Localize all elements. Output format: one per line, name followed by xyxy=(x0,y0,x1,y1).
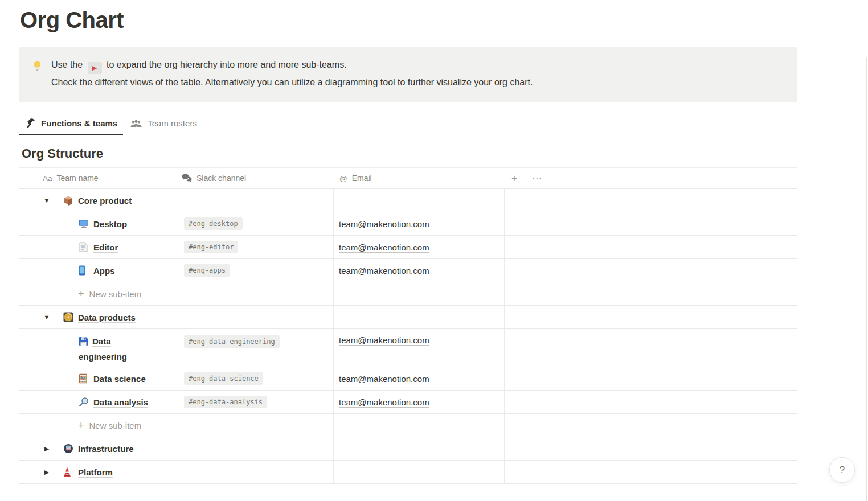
floppy-disk-icon xyxy=(79,335,89,346)
table-row[interactable]: ▼Core product xyxy=(19,189,797,212)
slack-channel-cell[interactable]: #eng-desktop xyxy=(178,212,334,235)
magnifying-glass-icon xyxy=(79,397,89,407)
email-cell[interactable]: team@makenotion.com xyxy=(334,367,505,390)
header-actions: + ⋯ xyxy=(505,174,797,183)
hammer-icon xyxy=(25,118,36,128)
email-cell[interactable]: team@makenotion.com xyxy=(334,259,505,282)
team-name-cell[interactable]: Data analysis xyxy=(19,391,178,413)
team-name-link[interactable]: Data products xyxy=(78,313,136,322)
team-name-link[interactable]: Core product xyxy=(78,196,132,206)
tab-functions-teams[interactable]: Functions & teams xyxy=(19,118,123,135)
slack-channel-tag: #eng-apps xyxy=(184,264,230,277)
email-link[interactable]: team@makenotion.com xyxy=(339,397,429,407)
table-row[interactable]: Desktop#eng-desktopteam@makenotion.com xyxy=(19,212,797,236)
team-name-cell[interactable]: +New sub-item xyxy=(19,282,178,305)
people-icon xyxy=(130,119,142,128)
team-name-link[interactable]: Data analysis xyxy=(93,397,148,407)
slack-channel-cell[interactable]: #eng-data-science xyxy=(178,367,334,390)
team-name-cell[interactable]: Data science xyxy=(19,367,178,390)
slack-channel-cell[interactable]: #eng-editor xyxy=(178,236,334,258)
slack-channel-cell[interactable] xyxy=(178,282,334,305)
plus-icon: + xyxy=(78,420,84,430)
extra-cell xyxy=(505,212,797,235)
slack-channel-cell[interactable] xyxy=(178,414,334,437)
team-name-cell[interactable]: Data engineering xyxy=(19,329,178,367)
email-cell[interactable]: team@makenotion.com xyxy=(334,391,505,413)
column-header-slack-channel[interactable]: Slack channel xyxy=(178,174,334,183)
org-structure-table: Aa Team name Slack channel @ Email + ⋯ ▼… xyxy=(19,167,797,484)
email-cell[interactable]: team@makenotion.com xyxy=(334,329,505,367)
tab-team-rosters[interactable]: Team rosters xyxy=(124,118,203,135)
toggle-collapsed-icon[interactable]: ▶ xyxy=(40,469,54,476)
team-name-cell[interactable]: ▶Platform xyxy=(19,461,178,483)
email-link[interactable]: team@makenotion.com xyxy=(339,243,429,252)
team-name-cell[interactable]: ▼Core product xyxy=(19,189,178,212)
abacus-icon xyxy=(79,373,89,384)
desktop-computer-icon xyxy=(79,219,89,229)
callout: Use the ▶ to expand the org hierarchy in… xyxy=(19,47,797,102)
slack-channel-cell[interactable]: #eng-data-engineering xyxy=(178,329,334,367)
team-name-link[interactable]: Editor xyxy=(93,243,118,252)
table-row[interactable]: Data science#eng-data-scienceteam@makeno… xyxy=(19,367,797,391)
table-row[interactable]: Apps#eng-appsteam@makenotion.com xyxy=(19,259,797,282)
help-button[interactable]: ? xyxy=(829,457,855,483)
email-cell[interactable]: team@makenotion.com xyxy=(334,236,505,258)
email-cell[interactable] xyxy=(334,189,505,212)
scrollbar[interactable] xyxy=(866,57,867,501)
email-link[interactable]: team@makenotion.com xyxy=(339,335,429,345)
table-row[interactable]: Data analysis#eng-data-analysisteam@make… xyxy=(19,391,797,414)
toggle-expanded-icon[interactable]: ▼ xyxy=(40,314,54,321)
team-name-cell[interactable]: ▶Infrastructure xyxy=(19,437,178,460)
email-link[interactable]: team@makenotion.com xyxy=(339,266,429,276)
email-cell[interactable] xyxy=(334,437,505,460)
new-sub-item-row[interactable]: +New sub-item xyxy=(19,414,797,437)
table-row[interactable]: Data engineering#eng-data-engineeringtea… xyxy=(19,329,797,367)
team-name-link[interactable]: Desktop xyxy=(93,219,127,229)
plus-icon: + xyxy=(78,289,84,299)
team-name-cell[interactable]: Apps xyxy=(19,259,178,282)
new-sub-item-label[interactable]: New sub-item xyxy=(89,421,142,430)
team-name-cell[interactable]: Desktop xyxy=(19,212,178,235)
slack-channel-tag: #eng-data-science xyxy=(184,372,263,385)
team-name-cell[interactable]: +New sub-item xyxy=(19,414,178,437)
slack-channel-cell[interactable]: #eng-apps xyxy=(178,259,334,282)
table-row[interactable]: ▶Infrastructure xyxy=(19,437,797,461)
toggle-collapsed-icon[interactable]: ▶ xyxy=(40,445,54,453)
email-cell[interactable] xyxy=(334,306,505,328)
team-name-link[interactable]: Platform xyxy=(78,467,113,477)
team-name-link[interactable]: Data science xyxy=(93,374,146,384)
team-name-link[interactable]: Apps xyxy=(93,266,115,276)
slack-channel-tag: #eng-data-engineering xyxy=(184,335,280,348)
text-type-icon: Aa xyxy=(43,174,52,183)
column-header-email[interactable]: @ Email xyxy=(334,174,505,183)
slack-channel-cell[interactable] xyxy=(178,189,334,212)
slack-channel-cell[interactable] xyxy=(178,461,334,483)
slack-channel-cell[interactable] xyxy=(178,437,334,460)
table-row[interactable]: ▼Data products xyxy=(19,306,797,329)
email-cell[interactable] xyxy=(334,461,505,483)
new-sub-item-label[interactable]: New sub-item xyxy=(89,289,142,299)
email-cell[interactable] xyxy=(334,414,505,437)
table-row[interactable]: Editor#eng-editorteam@makenotion.com xyxy=(19,236,797,259)
slack-channel-cell[interactable] xyxy=(178,306,334,328)
table-row[interactable]: ▶Platform xyxy=(19,461,797,484)
add-column-button[interactable]: + xyxy=(511,174,517,183)
metro-icon xyxy=(63,443,73,454)
extra-cell xyxy=(505,414,797,437)
email-cell[interactable] xyxy=(334,282,505,305)
email-cell[interactable]: team@makenotion.com xyxy=(334,212,505,235)
new-sub-item-row[interactable]: +New sub-item xyxy=(19,282,797,306)
team-name-cell[interactable]: ▼Data products xyxy=(19,306,178,328)
email-link[interactable]: team@makenotion.com xyxy=(339,219,429,229)
toggle-expanded-icon[interactable]: ▼ xyxy=(40,197,54,204)
chat-bubbles-icon xyxy=(182,174,192,183)
at-icon: @ xyxy=(339,174,347,183)
table-more-options-button[interactable]: ⋯ xyxy=(532,174,542,183)
page: Org Chart Use the ▶ to expand the org hi… xyxy=(19,5,797,484)
extra-cell xyxy=(505,306,797,328)
team-name-cell[interactable]: Editor xyxy=(19,236,178,258)
team-name-link[interactable]: Infrastructure xyxy=(78,444,134,454)
email-link[interactable]: team@makenotion.com xyxy=(339,374,429,384)
column-header-team-name[interactable]: Aa Team name xyxy=(19,174,178,183)
slack-channel-cell[interactable]: #eng-data-analysis xyxy=(178,391,334,413)
